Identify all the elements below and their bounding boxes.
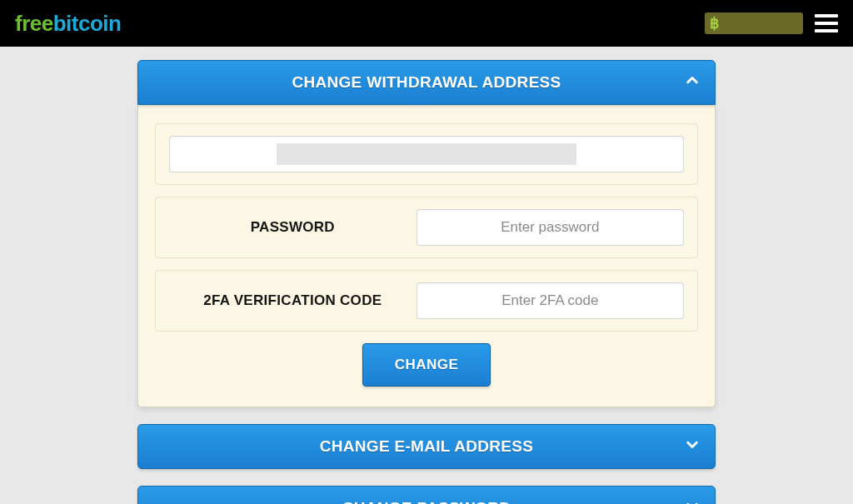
- tfa-input[interactable]: [417, 282, 684, 319]
- topbar-right: ฿: [705, 12, 838, 34]
- email-panel-title: CHANGE E-MAIL ADDRESS: [320, 437, 533, 456]
- password-panel-header[interactable]: CHANGE PASSWORD: [137, 486, 716, 504]
- password-panel-title: CHANGE PASSWORD: [342, 499, 511, 504]
- withdrawal-panel: CHANGE WITHDRAWAL ADDRESS PASSWORD 2FA V…: [137, 60, 716, 407]
- withdrawal-panel-title: CHANGE WITHDRAWAL ADDRESS: [292, 73, 561, 92]
- menu-icon[interactable]: [815, 14, 838, 32]
- withdrawal-action-row: CHANGE: [155, 343, 698, 387]
- withdrawal-address-row: [155, 123, 698, 185]
- balance-display[interactable]: ฿: [705, 12, 803, 34]
- withdrawal-panel-body: PASSWORD 2FA VERIFICATION CODE CHANGE: [137, 105, 716, 407]
- password-input[interactable]: [417, 209, 684, 246]
- logo-text-free: free: [15, 11, 53, 37]
- change-withdrawal-button[interactable]: CHANGE: [362, 343, 491, 387]
- password-label: PASSWORD: [169, 219, 417, 236]
- chevron-up-icon: [685, 73, 700, 92]
- password-row: PASSWORD: [155, 197, 698, 258]
- chevron-down-icon: [685, 499, 700, 505]
- email-panel-header[interactable]: CHANGE E-MAIL ADDRESS: [137, 424, 716, 469]
- site-logo[interactable]: freebitcoin: [15, 11, 121, 37]
- withdrawal-address-input[interactable]: [169, 136, 684, 172]
- page-content: CHANGE WITHDRAWAL ADDRESS PASSWORD 2FA V…: [0, 47, 853, 504]
- email-panel: CHANGE E-MAIL ADDRESS: [137, 424, 716, 469]
- bitcoin-icon: ฿: [710, 14, 719, 32]
- withdrawal-panel-header[interactable]: CHANGE WITHDRAWAL ADDRESS: [137, 60, 716, 105]
- chevron-down-icon: [685, 437, 700, 457]
- password-panel: CHANGE PASSWORD: [137, 486, 716, 504]
- tfa-row: 2FA VERIFICATION CODE: [155, 270, 698, 332]
- tfa-label: 2FA VERIFICATION CODE: [169, 292, 417, 309]
- top-bar: freebitcoin ฿: [0, 0, 853, 47]
- logo-text-bitcoin: bitcoin: [53, 11, 122, 37]
